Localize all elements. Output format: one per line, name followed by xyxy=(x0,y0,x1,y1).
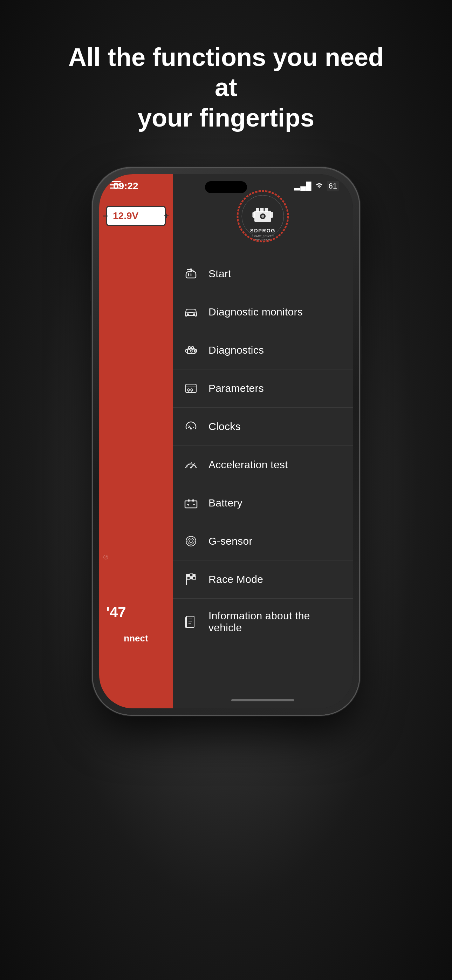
svg-rect-55 xyxy=(190,574,193,577)
svg-rect-5 xyxy=(265,208,268,212)
svg-rect-42 xyxy=(193,500,194,501)
menu-item-race-mode[interactable]: Race Mode xyxy=(173,560,353,599)
wifi-icon xyxy=(315,181,323,191)
phone-screen: 09:22 ▂▄█ 61 xyxy=(99,174,353,708)
svg-line-34 xyxy=(189,463,189,464)
menu-item-parameters[interactable]: Parameters xyxy=(173,369,353,407)
acceleration-icon xyxy=(183,457,199,473)
checkered-flag-icon xyxy=(183,572,199,587)
engine-icon xyxy=(183,342,199,358)
menu-item-battery[interactable]: Battery xyxy=(173,484,353,522)
menu-item-start[interactable]: Start xyxy=(173,255,353,293)
side-button-volume-up xyxy=(90,315,93,350)
menu-item-g-sensor[interactable]: G-sensor xyxy=(173,522,353,560)
svg-point-14 xyxy=(187,313,189,315)
svg-line-33 xyxy=(187,466,188,468)
trademark: ® xyxy=(103,554,108,561)
svg-rect-54 xyxy=(187,574,190,577)
car-plug-icon xyxy=(183,266,199,282)
menu-label-g-sensor: G-sensor xyxy=(208,535,253,547)
svg-rect-4 xyxy=(260,208,264,212)
menu-label-vehicle-info: Information about the vehicle xyxy=(208,610,342,634)
svg-point-48 xyxy=(189,540,193,542)
svg-rect-7 xyxy=(271,212,273,218)
target-icon xyxy=(183,533,199,549)
svg-rect-59 xyxy=(193,577,196,579)
menu-item-diagnostic-monitors[interactable]: Diagnostic monitors xyxy=(173,293,353,331)
voltage-value: 12.9V xyxy=(113,210,138,221)
menu-label-parameters: Parameters xyxy=(208,382,264,394)
connect-button-label: nnect xyxy=(124,633,148,644)
car-front-icon xyxy=(183,304,199,320)
status-icons: ▂▄█ 61 xyxy=(294,181,339,191)
battery-status: 61 xyxy=(327,181,339,191)
voltage-display: 12.9V xyxy=(106,206,166,226)
menu-label-start: Start xyxy=(208,268,231,280)
main-menu-panel: SDPROG SMART DRIVER PROGRAM xyxy=(173,174,353,708)
svg-text:SDPROG: SDPROG xyxy=(250,228,275,234)
speedometer-icon xyxy=(183,419,199,434)
phone-mockup: 09:22 ▂▄█ 61 xyxy=(93,168,359,715)
menu-label-battery: Battery xyxy=(208,497,242,509)
signal-icon: ▂▄█ xyxy=(294,181,311,191)
gauge-settings-icon xyxy=(183,381,199,396)
menu-list: Start Diagnostic monitors xyxy=(173,255,353,708)
year-display: '47 xyxy=(106,604,126,621)
sdprog-logo-svg: SDPROG SMART DRIVER PROGRAM xyxy=(235,188,291,244)
svg-point-46 xyxy=(186,536,196,546)
svg-text:SMART DRIVER: SMART DRIVER xyxy=(251,234,274,238)
menu-label-diagnostic-monitors: Diagnostic monitors xyxy=(208,306,303,318)
home-indicator xyxy=(231,699,294,702)
side-button-volume-down xyxy=(90,357,93,392)
svg-point-24 xyxy=(188,389,189,391)
svg-rect-57 xyxy=(187,577,190,579)
svg-line-28 xyxy=(188,427,189,428)
battery-level: 61 xyxy=(329,181,337,191)
menu-label-acceleration-test: Acceleration test xyxy=(208,459,288,471)
side-button-power xyxy=(359,326,362,375)
svg-rect-58 xyxy=(190,577,193,579)
svg-rect-56 xyxy=(193,574,196,577)
menu-label-clocks: Clocks xyxy=(208,421,241,433)
svg-rect-19 xyxy=(186,350,188,352)
svg-text:PROGRAM: PROGRAM xyxy=(255,238,271,241)
menu-item-vehicle-info[interactable]: Information about the vehicle xyxy=(173,599,353,645)
battery-car-icon xyxy=(183,495,199,511)
svg-line-36 xyxy=(194,463,195,464)
menu-item-acceleration-test[interactable]: Acceleration test xyxy=(173,446,353,484)
svg-rect-6 xyxy=(252,212,255,218)
menu-item-clocks[interactable]: Clocks xyxy=(173,407,353,446)
svg-rect-40 xyxy=(185,501,197,508)
svg-point-15 xyxy=(193,313,195,315)
headline-line1: All the functions you need at xyxy=(68,43,384,101)
menu-item-diagnostics[interactable]: Diagnostics xyxy=(173,331,353,369)
svg-rect-22 xyxy=(186,384,196,393)
book-icon xyxy=(183,614,199,630)
svg-rect-3 xyxy=(256,208,259,212)
side-button-mute xyxy=(90,280,93,301)
connect-button[interactable]: nnect xyxy=(99,624,173,652)
svg-line-30 xyxy=(193,427,194,428)
left-sidebar: 12.9V ® '47 nnect xyxy=(99,174,173,708)
svg-point-39 xyxy=(190,467,192,469)
svg-rect-60 xyxy=(186,616,194,627)
dynamic-island xyxy=(205,181,247,193)
svg-point-25 xyxy=(191,389,193,391)
menu-label-diagnostics: Diagnostics xyxy=(208,344,264,356)
svg-point-32 xyxy=(190,428,192,430)
svg-rect-41 xyxy=(188,500,189,501)
menu-label-race-mode: Race Mode xyxy=(208,573,263,585)
status-time: 09:22 xyxy=(113,180,138,192)
headline-line2: your fingertips xyxy=(138,104,314,132)
headline: All the functions you need at your finge… xyxy=(33,42,419,133)
svg-point-47 xyxy=(188,538,194,544)
svg-point-21 xyxy=(190,350,193,352)
svg-point-9 xyxy=(261,215,264,218)
